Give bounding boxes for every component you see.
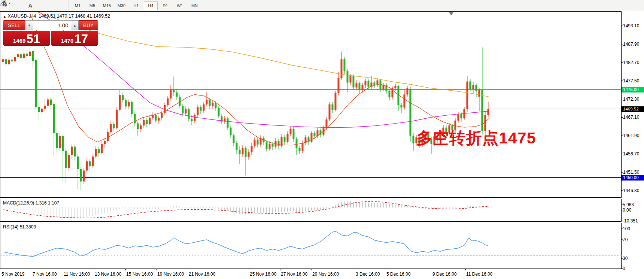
price-axis-label: 1456.70 [623, 151, 639, 157]
candle-body [128, 102, 130, 106]
candle-body [143, 120, 145, 125]
macd-scale-label: 5.963 [623, 202, 634, 207]
price-axis-label: 1467.10 [623, 115, 639, 120]
candle-body [41, 109, 43, 112]
volume-decrease-button[interactable]: ▼ [25, 20, 33, 30]
candle-body [479, 90, 480, 97]
candle-body [487, 109, 489, 115]
candle-body [56, 133, 58, 148]
candle-body [146, 120, 148, 124]
candle-body [77, 157, 79, 169]
candle-body [191, 119, 193, 121]
chart-shift-marker-icon[interactable] [449, 12, 453, 15]
buy-button[interactable]: BUY [79, 20, 98, 30]
candle-body [212, 103, 214, 106]
time-axis-label: 11 Nov 16:00 [64, 272, 90, 277]
candle-body [239, 150, 241, 154]
candle-body [50, 99, 52, 105]
price-axis-label: 1487.90 [623, 42, 639, 47]
price-axis-label: 1451.50 [623, 170, 639, 175]
candle-body [410, 89, 411, 136]
macd-scale-label: -10.351 [623, 218, 638, 224]
bid-price-tag: 1469.52 [622, 106, 644, 112]
candle-body [182, 106, 184, 113]
ask-main-digits: 1470 [61, 37, 73, 44]
candle-body [254, 140, 256, 146]
candle-body [236, 143, 238, 150]
candle-body [23, 54, 25, 58]
candle-body [26, 54, 28, 56]
candle-body [2, 59, 4, 62]
candle-body [173, 90, 175, 93]
candle-body [29, 52, 31, 56]
candle-body [107, 132, 109, 141]
candle-body [257, 140, 259, 145]
candle-body [47, 99, 49, 106]
candle-body [179, 97, 181, 106]
candle-body [74, 146, 76, 156]
hline-1450-price-tag: 1450.00 [622, 175, 644, 181]
symbol-period-label: XAUUSD-,H4 [7, 13, 36, 19]
candle-body [209, 100, 211, 106]
volume-increase-button[interactable]: ▲ [71, 20, 79, 30]
candle-body [197, 107, 199, 115]
bid-quote-button[interactable]: 1469 51 [3, 31, 50, 46]
candle-body [101, 144, 103, 153]
candle-body [5, 59, 7, 64]
candle-body [95, 149, 97, 157]
candle-body [329, 104, 331, 119]
collapse-triangle-icon[interactable]: ▲ [3, 15, 6, 18]
volume-input[interactable] [33, 20, 71, 30]
candle-body [299, 148, 301, 151]
candle-body [104, 141, 106, 144]
candle-body [464, 109, 465, 118]
candle-body [467, 82, 468, 109]
candle-body [365, 81, 367, 85]
candle-body [98, 149, 100, 153]
candle-body [110, 124, 112, 132]
candle-body [290, 129, 292, 134]
candle-body [215, 103, 217, 108]
time-axis-label: 19 Nov 16:00 [157, 272, 184, 277]
candle-body [251, 146, 253, 152]
sell-button[interactable]: SELL [3, 20, 25, 30]
candle-body [71, 146, 73, 155]
candle-body [230, 128, 232, 136]
rsi-scale-label: 0 [623, 266, 625, 271]
candle-body [395, 86, 397, 88]
candle-body [194, 115, 196, 121]
hline-1475-price-tag: 1475.00 [622, 87, 644, 93]
macd-scale-label: 0.00 [623, 207, 631, 213]
candle-body [302, 143, 304, 151]
candle-body [59, 136, 61, 148]
candle-body [92, 157, 94, 166]
candle-body [281, 137, 283, 146]
candle-body [356, 83, 358, 87]
chart-text-annotation[interactable]: 多空转折点1475 [416, 127, 536, 149]
time-axis-label: 3 Dec 16:00 [356, 272, 380, 277]
time-axis-label: 29 Nov 16:00 [312, 272, 339, 277]
rsi-scale-label: 30 [623, 256, 628, 261]
candle-body [185, 109, 187, 113]
candle-body [113, 124, 115, 128]
candle-body [353, 76, 355, 87]
candle-body [248, 152, 250, 157]
time-axis-label: 9 Dec 16:00 [432, 272, 457, 277]
candle-body [161, 113, 163, 118]
candle-body [362, 85, 364, 90]
price-axis-label: 1446.30 [623, 188, 639, 193]
candle-body [350, 76, 352, 82]
candle-body [176, 93, 178, 97]
candle-body [461, 114, 462, 118]
candle-body [377, 81, 379, 85]
rsi-label: RSI(14) 51.3803 [3, 224, 36, 230]
candle-body [458, 114, 459, 121]
candle-body [140, 125, 142, 129]
candle-body [374, 82, 376, 85]
time-axis-label: 25 Nov 16:00 [250, 272, 276, 277]
candle-body [116, 110, 118, 128]
candle-body [470, 82, 471, 89]
candle-body [311, 133, 313, 142]
ask-quote-button[interactable]: 1470 17 [51, 31, 98, 46]
candle-body [278, 141, 280, 146]
